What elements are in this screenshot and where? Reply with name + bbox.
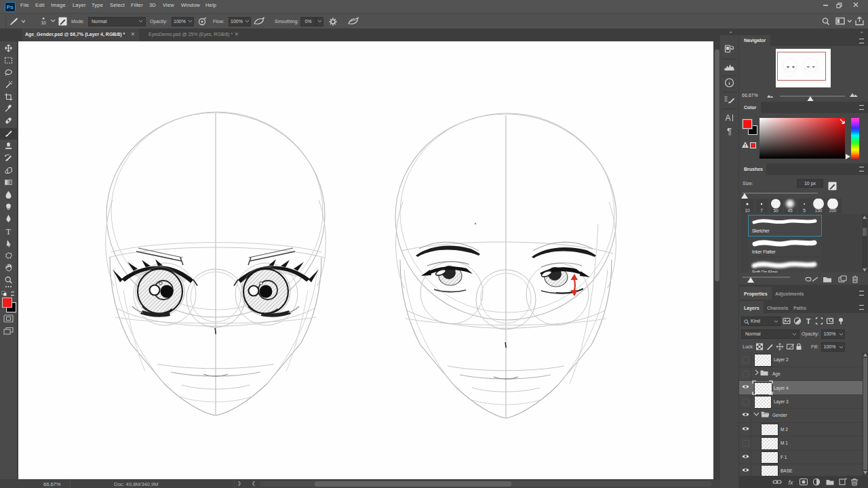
svg-text:¶: ¶ [727,126,732,136]
svg-text:fx: fx [788,479,793,486]
svg-text:5: 5 [803,208,806,213]
svg-text:150: 150 [815,208,823,213]
svg-text:50: 50 [773,208,778,213]
svg-text:A: A [725,113,730,123]
svg-text:200: 200 [829,208,837,213]
svg-text:45: 45 [787,208,793,213]
svg-text:T: T [6,227,12,237]
svg-text:7: 7 [760,208,763,213]
svg-text:10: 10 [745,208,750,213]
svg-text:T: T [806,317,811,325]
